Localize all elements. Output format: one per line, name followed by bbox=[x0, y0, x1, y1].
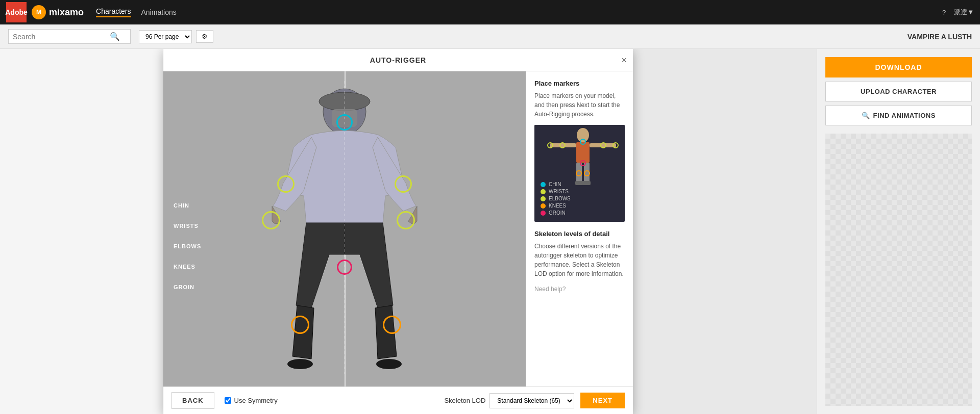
right-sidebar: DOWNLOAD UPLOAD CHARACTER 🔍 FIND ANIMATI… bbox=[817, 49, 980, 414]
knees-dot bbox=[541, 203, 546, 209]
skeleton-title: Skeleton levels of detail bbox=[534, 230, 625, 238]
skeleton-lod-select[interactable]: Standard Skeleton (65) bbox=[489, 393, 574, 408]
search-icon[interactable]: 🔍 bbox=[110, 32, 120, 41]
wrists-dot bbox=[541, 189, 546, 194]
svg-rect-9 bbox=[550, 143, 576, 147]
find-animations-button[interactable]: 🔍 FIND ANIMATIONS bbox=[825, 106, 972, 125]
legend-wrists: WRISTS bbox=[541, 189, 571, 194]
nav-right: ? 派逹▼ bbox=[942, 8, 974, 17]
left-sidebar bbox=[0, 49, 163, 414]
left-wrist-marker[interactable] bbox=[262, 211, 280, 229]
per-page-select[interactable]: 96 Per page 48 Per page bbox=[139, 30, 192, 43]
mixamo-text: mixamo bbox=[49, 7, 84, 18]
auto-rigger-modal: AUTO-RIGGER × CHIN WRISTS ELBOWS KNEES G… bbox=[163, 49, 633, 414]
viewport[interactable]: CHIN WRISTS ELBOWS KNEES GROIN bbox=[163, 71, 526, 386]
skeleton-lod-label: Skeleton LOD bbox=[444, 397, 485, 404]
left-elbow-marker[interactable] bbox=[277, 175, 295, 193]
svg-rect-10 bbox=[590, 143, 616, 147]
markers-title: Place markers bbox=[534, 80, 625, 87]
reference-image: CHIN WRISTS ELBOWS KNEES bbox=[534, 125, 625, 222]
svg-rect-13 bbox=[575, 181, 583, 185]
legend-groin: GROIN bbox=[541, 210, 571, 216]
search-box: 🔍 bbox=[8, 29, 131, 44]
left-knee-marker[interactable] bbox=[291, 316, 309, 334]
adobe-logo: Adobe bbox=[6, 2, 27, 22]
symmetry-label: Use Symmetry bbox=[225, 397, 278, 404]
search-input[interactable] bbox=[13, 33, 110, 41]
right-info-panel: Place markers Place markers on your mode… bbox=[526, 71, 633, 386]
label-elbows: ELBOWS bbox=[174, 243, 201, 249]
help-icon[interactable]: ? bbox=[942, 9, 946, 16]
back-button[interactable]: BACK bbox=[172, 392, 214, 409]
find-icon: 🔍 bbox=[862, 112, 870, 119]
nav-characters[interactable]: Characters bbox=[96, 7, 131, 17]
markers-desc: Place markers on your model, and then pr… bbox=[534, 91, 625, 119]
modal-footer: BACK Use Symmetry Skeleton LOD Standard … bbox=[163, 386, 633, 414]
chin-dot bbox=[541, 182, 546, 187]
chin-marker[interactable] bbox=[336, 114, 353, 131]
right-elbow-marker[interactable] bbox=[395, 175, 412, 193]
svg-rect-14 bbox=[582, 181, 591, 185]
label-knees: KNEES bbox=[174, 264, 201, 270]
modal-title: AUTO-RIGGER bbox=[370, 56, 426, 64]
preview-area bbox=[825, 134, 972, 406]
mixamo-icon: M bbox=[32, 5, 46, 19]
modal-body: CHIN WRISTS ELBOWS KNEES GROIN bbox=[163, 71, 633, 386]
top-nav: Adobe M mixamo Characters Animations ? 派… bbox=[0, 0, 980, 24]
viewport-labels: CHIN WRISTS ELBOWS KNEES GROIN bbox=[174, 202, 201, 290]
modal-header: AUTO-RIGGER × bbox=[163, 49, 633, 71]
legend-knees: KNEES bbox=[541, 203, 571, 209]
next-button[interactable]: NEXT bbox=[580, 393, 625, 408]
symmetry-checkbox[interactable] bbox=[225, 397, 231, 404]
label-chin: CHIN bbox=[174, 202, 201, 209]
svg-rect-8 bbox=[576, 142, 590, 163]
user-menu[interactable]: 派逹▼ bbox=[954, 8, 974, 17]
elbows-dot bbox=[541, 196, 546, 201]
adobe-label: Adobe bbox=[5, 8, 28, 16]
upload-character-button[interactable]: UPLOAD CHARACTER bbox=[825, 82, 972, 101]
legend-elbows: ELBOWS bbox=[541, 196, 571, 201]
skeleton-lod-section: Skeleton LOD Standard Skeleton (65) bbox=[444, 393, 574, 408]
svg-point-3 bbox=[287, 359, 313, 369]
right-knee-marker[interactable] bbox=[383, 316, 401, 334]
legend: CHIN WRISTS ELBOWS KNEES bbox=[536, 179, 575, 218]
groin-marker[interactable] bbox=[337, 260, 352, 275]
sort-button[interactable]: ⚙ bbox=[196, 30, 213, 43]
sub-nav: 🔍 96 Per page 48 Per page ⚙ VAMPIRE A LU… bbox=[0, 24, 980, 49]
right-wrist-marker[interactable] bbox=[397, 211, 415, 229]
character-name-header: VAMPIRE A LUSTH bbox=[908, 33, 972, 41]
label-groin: GROIN bbox=[174, 284, 201, 290]
main-layout: AUTO-RIGGER × CHIN WRISTS ELBOWS KNEES G… bbox=[0, 49, 980, 414]
nav-animations[interactable]: Animations bbox=[141, 8, 177, 16]
modal-close-button[interactable]: × bbox=[621, 55, 627, 65]
svg-point-7 bbox=[577, 128, 589, 142]
need-help-link[interactable]: Need help? bbox=[534, 284, 625, 294]
mixamo-logo: M mixamo bbox=[32, 5, 84, 19]
svg-point-4 bbox=[376, 359, 402, 369]
skeleton-desc: Choose different versions of the autorig… bbox=[534, 242, 625, 278]
label-wrists: WRISTS bbox=[174, 223, 201, 229]
legend-chin: CHIN bbox=[541, 182, 571, 187]
download-button[interactable]: DOWNLOAD bbox=[825, 57, 972, 77]
groin-dot bbox=[541, 211, 546, 216]
